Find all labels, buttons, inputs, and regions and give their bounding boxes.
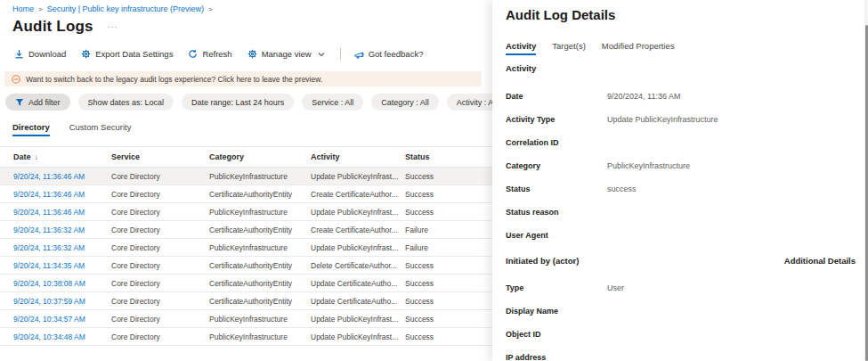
filter-bar: Add filter Show dates as: Local Date ran…	[5, 94, 492, 111]
tab-custom-security[interactable]: Custom Security	[69, 122, 132, 136]
row-service: Core Directory	[111, 172, 209, 181]
column-header-category[interactable]: Category	[209, 152, 311, 161]
row-category: PublicKeyInfrastructure	[209, 172, 311, 181]
row-date-link[interactable]: 9/20/24, 11:36:46 AM	[13, 190, 111, 199]
row-date-link[interactable]: 9/20/24, 11:36:46 AM	[13, 172, 111, 181]
row-category: CertificateAuthorityEntity	[209, 297, 311, 306]
field-status-reason: Status reason	[506, 208, 856, 231]
field-label: User Agent	[506, 231, 607, 240]
more-options-icon[interactable]: ···	[108, 22, 118, 31]
filter-pill-show-dates[interactable]: Show dates as: Local	[78, 94, 174, 111]
field-label: Object ID	[506, 330, 607, 339]
got-feedback-button[interactable]: Got feedback?	[353, 49, 424, 59]
row-status: Failure	[405, 226, 492, 234]
table-row[interactable]: 9/20/24, 10:34:48 AM Core Directory Publ…	[0, 328, 492, 346]
row-status: Success	[405, 332, 492, 341]
add-filter-label: Add filter	[28, 98, 61, 107]
row-date-link[interactable]: 9/20/24, 11:36:32 AM	[13, 226, 111, 234]
refresh-button[interactable]: Refresh	[188, 49, 231, 59]
manage-view-label: Manage view	[262, 49, 312, 59]
row-service: Core Directory	[111, 226, 209, 234]
table-row[interactable]: 9/20/24, 10:34:57 AM Core Directory Publ…	[0, 310, 492, 328]
row-date-link[interactable]: 9/20/24, 10:34:57 AM	[13, 315, 111, 324]
manage-view-button[interactable]: Manage view	[247, 49, 325, 59]
details-tabs: Activity Target(s) Modified Properties	[506, 41, 856, 55]
column-header-service[interactable]: Service	[111, 152, 209, 161]
column-header-status[interactable]: Status	[405, 152, 492, 161]
audit-logs-page: Home > Security | Public key infrastruct…	[0, 0, 868, 361]
breadcrumb: Home > Security | Public key infrastruct…	[12, 4, 492, 13]
breadcrumb-home-link[interactable]: Home	[12, 4, 34, 13]
row-service: Core Directory	[111, 261, 209, 270]
audit-log-details-panel: Audit Log Details Activity Target(s) Mod…	[492, 0, 868, 361]
field-ip-address: IP address	[506, 353, 856, 361]
table-row[interactable]: 9/20/24, 11:36:46 AM Core Directory Publ…	[0, 203, 492, 221]
actor-fields: Type User Display Name Object ID IP addr…	[506, 283, 856, 361]
download-button[interactable]: Download	[14, 49, 66, 59]
row-date-link[interactable]: 9/20/24, 11:34:35 AM	[13, 261, 111, 270]
table-row[interactable]: 9/20/24, 10:37:59 AM Core Directory Cert…	[0, 292, 492, 310]
banner-text: Want to switch back to the legacy audit …	[26, 75, 322, 84]
row-category: CertificateAuthorityEntity	[209, 226, 311, 234]
row-status: Success	[405, 315, 492, 324]
initiated-by-heading: Initiated by (actor)	[506, 256, 579, 266]
table-row[interactable]: 9/20/24, 11:36:46 AM Core Directory Publ…	[0, 168, 492, 185]
column-header-date[interactable]: Date ↓	[13, 152, 111, 161]
field-label: Status reason	[506, 208, 607, 217]
row-activity: Update PublicKeyInfrast...	[311, 243, 405, 252]
field-label: Correlation ID	[506, 138, 607, 147]
field-value: PublicKeyInfrastructure	[607, 161, 690, 170]
row-date-link[interactable]: 9/20/24, 10:37:59 AM	[13, 297, 111, 306]
breadcrumb-security-pki-link[interactable]: Security | Public key infrastructure (Pr…	[47, 4, 204, 13]
additional-details-heading: Additional Details	[784, 256, 856, 266]
tab-targets[interactable]: Target(s)	[552, 41, 585, 55]
table-row[interactable]: 9/20/24, 11:36:46 AM Core Directory Cert…	[0, 185, 492, 203]
row-status: Success	[405, 261, 492, 270]
table-row[interactable]: 9/20/24, 11:36:32 AM Core Directory Publ…	[0, 239, 492, 257]
row-date-link[interactable]: 9/20/24, 10:38:08 AM	[13, 279, 111, 288]
field-label: Display Name	[506, 307, 607, 316]
row-date-link[interactable]: 9/20/24, 11:36:46 AM	[13, 208, 111, 217]
row-activity: Update PublicKeyInfrast...	[311, 315, 405, 324]
export-data-settings-button[interactable]: Export Data Settings	[81, 49, 173, 59]
preview-notice-banner[interactable]: Want to switch back to the legacy audit …	[4, 71, 482, 86]
table-row[interactable]: 9/20/24, 11:34:35 AM Core Directory Cert…	[0, 257, 492, 275]
field-value: Update PublicKeyInfrastructure	[607, 115, 718, 124]
tab-modified-properties[interactable]: Modified Properties	[602, 41, 675, 55]
filter-pill-category[interactable]: Category : All	[371, 94, 439, 111]
field-object-id: Object ID	[506, 330, 856, 353]
row-activity: Create CertificateAuthor...	[311, 226, 405, 234]
row-date-link[interactable]: 9/20/24, 10:34:48 AM	[13, 332, 111, 341]
table-row[interactable]: 9/20/24, 11:36:32 AM Core Directory Cert…	[0, 221, 492, 239]
audit-log-table: Date ↓ Service Category Activity Status …	[0, 146, 492, 346]
breadcrumb-separator: >	[38, 5, 43, 13]
row-status: Success	[405, 297, 492, 306]
sort-descending-icon: ↓	[35, 153, 38, 161]
row-category: PublicKeyInfrastructure	[209, 243, 311, 252]
row-category: PublicKeyInfrastructure	[209, 315, 311, 324]
tab-activity[interactable]: Activity	[506, 41, 536, 55]
filter-pill-date-range[interactable]: Date range: Last 24 hours	[182, 94, 294, 111]
field-value: success	[607, 185, 637, 193]
tab-directory[interactable]: Directory	[12, 122, 50, 136]
filter-pill-service[interactable]: Service : All	[302, 94, 363, 111]
row-service: Core Directory	[111, 315, 209, 324]
column-header-activity[interactable]: Activity	[311, 152, 405, 161]
details-panel-title: Audit Log Details	[506, 7, 856, 22]
row-service: Core Directory	[111, 190, 209, 199]
row-activity: Update PublicKeyInfrast...	[311, 208, 405, 217]
row-status: Success	[405, 208, 492, 217]
gear-icon	[247, 49, 257, 59]
toolbar-divider	[340, 48, 341, 60]
row-date-link[interactable]: 9/20/24, 11:36:32 AM	[13, 243, 111, 252]
field-label: Activity Type	[506, 115, 607, 124]
field-label: Category	[506, 161, 607, 170]
add-filter-button[interactable]: Add filter	[5, 94, 70, 111]
table-row[interactable]: 9/20/24, 10:38:08 AM Core Directory Cert…	[0, 275, 492, 292]
scrollbar-thumb[interactable]	[865, 25, 868, 361]
activity-fields: Date 9/20/2024, 11:36 AM Activity Type U…	[506, 92, 856, 254]
refresh-label: Refresh	[202, 49, 231, 59]
activity-section-heading: Activity	[506, 63, 856, 73]
gear-icon	[81, 49, 91, 59]
audit-logs-main: Home > Security | Public key infrastruct…	[0, 0, 492, 361]
